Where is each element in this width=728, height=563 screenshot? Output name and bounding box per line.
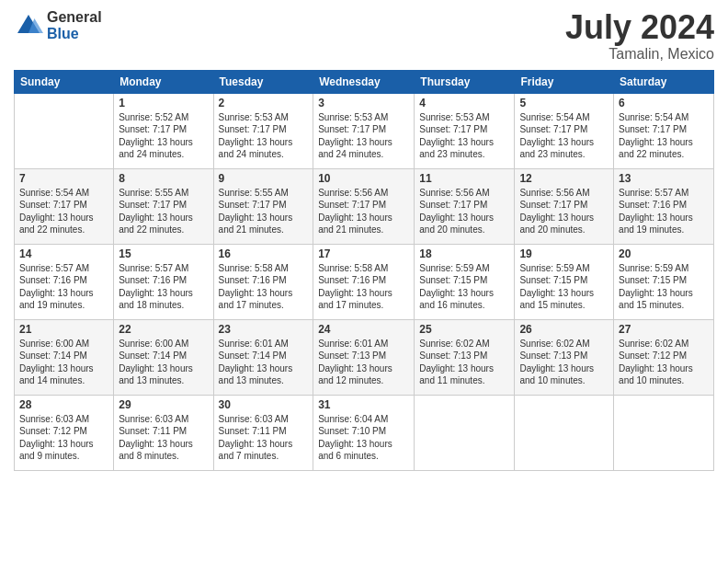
- table-row: 19Sunrise: 5:59 AMSunset: 7:15 PMDayligh…: [515, 244, 614, 319]
- table-row: 2Sunrise: 5:53 AMSunset: 7:17 PMDaylight…: [213, 93, 313, 168]
- calendar-week-row: 28Sunrise: 6:03 AMSunset: 7:12 PMDayligh…: [15, 395, 714, 470]
- table-row: 6Sunrise: 5:54 AMSunset: 7:17 PMDaylight…: [614, 93, 714, 168]
- day-info: Sunrise: 6:01 AMSunset: 7:13 PMDaylight:…: [318, 338, 409, 387]
- calendar-week-row: 1Sunrise: 5:52 AMSunset: 7:17 PMDaylight…: [15, 93, 714, 168]
- table-row: 10Sunrise: 5:56 AMSunset: 7:17 PMDayligh…: [313, 168, 415, 244]
- table-row: 25Sunrise: 6:02 AMSunset: 7:13 PMDayligh…: [415, 319, 515, 395]
- table-row: 9Sunrise: 5:55 AMSunset: 7:17 PMDaylight…: [213, 168, 313, 244]
- table-row: 4Sunrise: 5:53 AMSunset: 7:17 PMDaylight…: [415, 93, 515, 168]
- table-row: 8Sunrise: 5:55 AMSunset: 7:17 PMDaylight…: [114, 168, 213, 244]
- day-info: Sunrise: 6:03 AMSunset: 7:11 PMDaylight:…: [219, 413, 309, 463]
- day-number: 1: [119, 97, 208, 109]
- day-number: 2: [219, 97, 309, 109]
- day-number: 31: [318, 398, 409, 411]
- day-number: 13: [619, 172, 709, 185]
- day-info: Sunrise: 6:02 AMSunset: 7:13 PMDaylight:…: [519, 338, 609, 387]
- table-row: 3Sunrise: 5:53 AMSunset: 7:17 PMDaylight…: [313, 93, 415, 168]
- table-row: 31Sunrise: 6:04 AMSunset: 7:10 PMDayligh…: [313, 395, 415, 470]
- day-info: Sunrise: 5:53 AMSunset: 7:17 PMDaylight:…: [419, 111, 509, 161]
- day-info: Sunrise: 6:02 AMSunset: 7:13 PMDaylight:…: [419, 338, 509, 387]
- logo: General Blue: [14, 9, 102, 41]
- day-info: Sunrise: 5:57 AMSunset: 7:16 PMDaylight:…: [119, 262, 208, 312]
- calendar-week-row: 21Sunrise: 6:00 AMSunset: 7:14 PMDayligh…: [15, 319, 714, 395]
- day-number: 23: [219, 323, 309, 336]
- day-number: 8: [119, 172, 208, 185]
- table-row: 13Sunrise: 5:57 AMSunset: 7:16 PMDayligh…: [614, 168, 714, 244]
- weekday-header-row: Sunday Monday Tuesday Wednesday Thursday…: [15, 70, 714, 93]
- day-number: 22: [119, 323, 208, 336]
- day-number: 6: [619, 97, 709, 109]
- header-monday: Monday: [114, 70, 213, 93]
- title-month: July 2024: [565, 9, 714, 46]
- table-row: 1Sunrise: 5:52 AMSunset: 7:17 PMDaylight…: [114, 93, 213, 168]
- table-row: 29Sunrise: 6:03 AMSunset: 7:11 PMDayligh…: [114, 395, 213, 470]
- day-info: Sunrise: 5:59 AMSunset: 7:15 PMDaylight:…: [519, 262, 609, 312]
- day-number: 16: [219, 247, 309, 260]
- table-row: 5Sunrise: 5:54 AMSunset: 7:17 PMDaylight…: [515, 93, 614, 168]
- day-number: 3: [318, 97, 409, 109]
- day-number: 21: [19, 323, 108, 336]
- table-row: [15, 93, 114, 168]
- table-row: 7Sunrise: 5:54 AMSunset: 7:17 PMDaylight…: [15, 168, 114, 244]
- day-number: 24: [318, 323, 409, 336]
- day-info: Sunrise: 6:03 AMSunset: 7:11 PMDaylight:…: [119, 413, 208, 463]
- table-row: 18Sunrise: 5:59 AMSunset: 7:15 PMDayligh…: [415, 244, 515, 319]
- table-row: 27Sunrise: 6:02 AMSunset: 7:12 PMDayligh…: [614, 319, 714, 395]
- day-number: 28: [19, 398, 108, 411]
- header-sunday: Sunday: [15, 70, 114, 93]
- day-info: Sunrise: 5:54 AMSunset: 7:17 PMDaylight:…: [519, 111, 609, 161]
- day-number: 11: [419, 172, 509, 185]
- day-info: Sunrise: 6:00 AMSunset: 7:14 PMDaylight:…: [119, 338, 208, 387]
- logo-blue: Blue: [47, 26, 102, 42]
- table-row: 28Sunrise: 6:03 AMSunset: 7:12 PMDayligh…: [15, 395, 114, 470]
- day-number: 5: [519, 97, 609, 109]
- table-row: 30Sunrise: 6:03 AMSunset: 7:11 PMDayligh…: [213, 395, 313, 470]
- day-info: Sunrise: 5:55 AMSunset: 7:17 PMDaylight:…: [219, 187, 309, 236]
- table-row: 17Sunrise: 5:58 AMSunset: 7:16 PMDayligh…: [313, 244, 415, 319]
- header-friday: Friday: [515, 70, 614, 93]
- day-info: Sunrise: 5:58 AMSunset: 7:16 PMDaylight:…: [219, 262, 309, 312]
- title-location: Tamalin, Mexico: [565, 46, 714, 63]
- day-info: Sunrise: 5:55 AMSunset: 7:17 PMDaylight:…: [119, 187, 208, 236]
- table-row: [515, 395, 614, 470]
- day-number: 27: [619, 323, 709, 336]
- calendar-week-row: 7Sunrise: 5:54 AMSunset: 7:17 PMDaylight…: [15, 168, 714, 244]
- table-row: 11Sunrise: 5:56 AMSunset: 7:17 PMDayligh…: [415, 168, 515, 244]
- table-row: 14Sunrise: 5:57 AMSunset: 7:16 PMDayligh…: [15, 244, 114, 319]
- header-thursday: Thursday: [415, 70, 515, 93]
- header-tuesday: Tuesday: [213, 70, 313, 93]
- day-number: 14: [19, 247, 108, 260]
- day-number: 9: [219, 172, 309, 185]
- day-info: Sunrise: 6:02 AMSunset: 7:12 PMDaylight:…: [619, 338, 709, 387]
- logo-icon: [14, 11, 43, 40]
- table-row: 15Sunrise: 5:57 AMSunset: 7:16 PMDayligh…: [114, 244, 213, 319]
- day-info: Sunrise: 5:53 AMSunset: 7:17 PMDaylight:…: [318, 111, 409, 161]
- header-saturday: Saturday: [614, 70, 714, 93]
- day-info: Sunrise: 5:56 AMSunset: 7:17 PMDaylight:…: [419, 187, 509, 236]
- day-number: 17: [318, 247, 409, 260]
- day-info: Sunrise: 5:58 AMSunset: 7:16 PMDaylight:…: [318, 262, 409, 312]
- day-info: Sunrise: 5:59 AMSunset: 7:15 PMDaylight:…: [419, 262, 509, 312]
- day-number: 18: [419, 247, 509, 260]
- table-row: 26Sunrise: 6:02 AMSunset: 7:13 PMDayligh…: [515, 319, 614, 395]
- day-info: Sunrise: 6:01 AMSunset: 7:14 PMDaylight:…: [219, 338, 309, 387]
- calendar-table: Sunday Monday Tuesday Wednesday Thursday…: [14, 70, 714, 471]
- day-number: 26: [519, 323, 609, 336]
- table-row: [415, 395, 515, 470]
- calendar-page: General Blue July 2024 Tamalin, Mexico S…: [0, 0, 728, 563]
- day-info: Sunrise: 5:57 AMSunset: 7:16 PMDaylight:…: [19, 262, 108, 312]
- table-row: 23Sunrise: 6:01 AMSunset: 7:14 PMDayligh…: [213, 319, 313, 395]
- header: General Blue July 2024 Tamalin, Mexico: [14, 9, 714, 63]
- day-info: Sunrise: 6:00 AMSunset: 7:14 PMDaylight:…: [19, 338, 108, 387]
- day-number: 12: [519, 172, 609, 185]
- day-info: Sunrise: 5:56 AMSunset: 7:17 PMDaylight:…: [519, 187, 609, 236]
- table-row: 16Sunrise: 5:58 AMSunset: 7:16 PMDayligh…: [213, 244, 313, 319]
- day-info: Sunrise: 5:56 AMSunset: 7:17 PMDaylight:…: [318, 187, 409, 236]
- table-row: 24Sunrise: 6:01 AMSunset: 7:13 PMDayligh…: [313, 319, 415, 395]
- day-number: 10: [318, 172, 409, 185]
- table-row: [614, 395, 714, 470]
- calendar-week-row: 14Sunrise: 5:57 AMSunset: 7:16 PMDayligh…: [15, 244, 714, 319]
- day-number: 7: [19, 172, 108, 185]
- title-block: July 2024 Tamalin, Mexico: [565, 9, 714, 63]
- table-row: 22Sunrise: 6:00 AMSunset: 7:14 PMDayligh…: [114, 319, 213, 395]
